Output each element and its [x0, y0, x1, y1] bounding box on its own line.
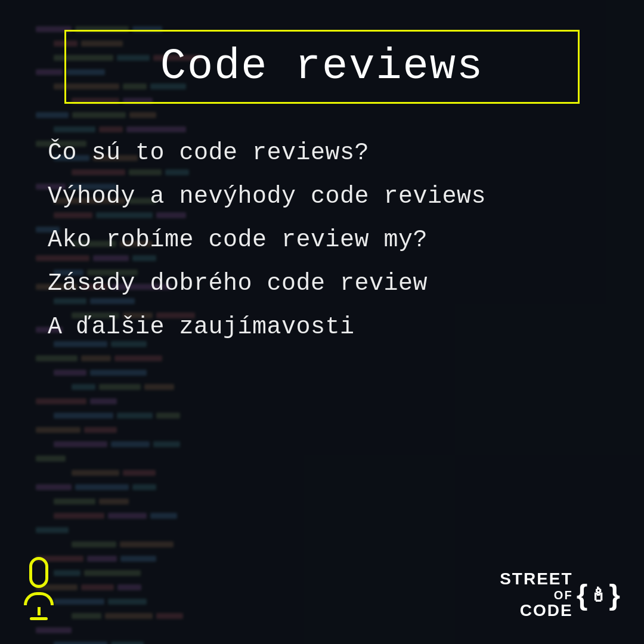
- soc-street-label: STREET: [500, 570, 572, 589]
- bullet-item-5: A ďalšie zaujímavosti: [48, 314, 608, 340]
- page-title: Code reviews: [160, 42, 484, 91]
- microphone-icon: [24, 557, 54, 620]
- mic-foot: [30, 617, 48, 620]
- soc-of-label: OF: [500, 589, 572, 602]
- bullet-list: Čo sú to code reviews? Výhody a nevýhody…: [36, 140, 608, 340]
- title-box: Code reviews: [64, 30, 580, 104]
- bullet-item-3: Ako robíme code review my?: [48, 227, 608, 253]
- bullet-item-4: Zásady dobrého code review: [48, 270, 608, 297]
- mic-base: [38, 607, 41, 615]
- lamp-icon: 🕯: [589, 586, 608, 605]
- open-brace: {: [577, 581, 588, 609]
- bullet-item-1: Čo sú to code reviews?: [48, 140, 608, 166]
- content-area: Code reviews Čo sú to code reviews? Výho…: [0, 0, 644, 644]
- close-brace: }: [609, 581, 620, 609]
- soc-code-label: CODE: [500, 602, 572, 620]
- mic-body: [29, 557, 48, 588]
- bottom-bar: STREET OF CODE { 🕯 }: [24, 557, 620, 620]
- soc-braces-icon: { 🕯 }: [577, 581, 620, 609]
- soc-logo: STREET OF CODE { 🕯 }: [500, 570, 620, 620]
- mic-stand: [24, 592, 54, 605]
- bullet-item-2: Výhody a nevýhody code reviews: [48, 183, 608, 210]
- soc-text-block: STREET OF CODE: [500, 570, 572, 620]
